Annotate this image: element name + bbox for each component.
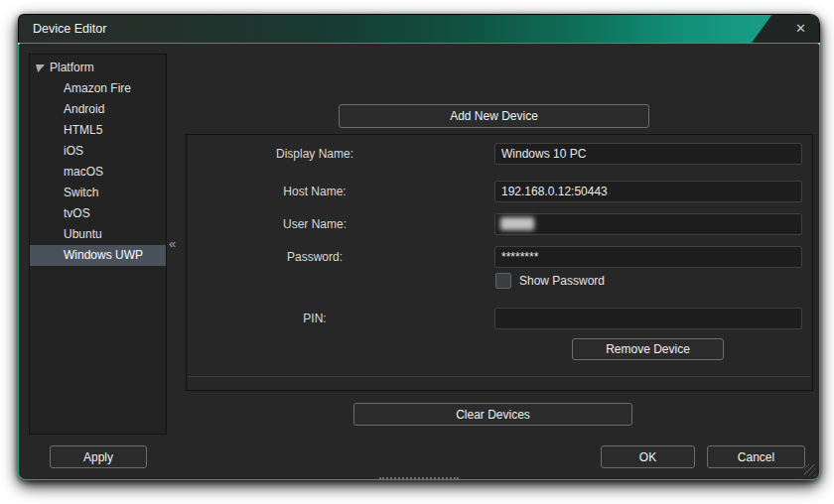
tree-item-ios[interactable]: iOS — [30, 141, 166, 162]
tree-item-tvos[interactable]: tvOS — [30, 203, 166, 224]
show-password-label: Show Password — [519, 272, 605, 290]
tree-item-platform[interactable]: Platform — [30, 58, 166, 78]
cancel-button[interactable]: Cancel — [707, 445, 805, 468]
close-button[interactable]: ✕ — [752, 15, 819, 43]
add-new-device-button[interactable]: Add New Device — [339, 104, 649, 128]
panel-divider — [189, 376, 810, 377]
tree-item-label: Windows UWP — [64, 248, 143, 262]
tree-item-switch[interactable]: Switch — [30, 183, 166, 203]
tree-item-amazon-fire[interactable]: Amazon Fire — [30, 78, 166, 99]
tree-item-html5[interactable]: HTML5 — [30, 120, 166, 141]
show-password-checkbox[interactable] — [495, 273, 511, 289]
tree-item-label: iOS — [64, 144, 83, 158]
tree-item-label: Switch — [64, 186, 98, 199]
password-input[interactable] — [494, 246, 802, 268]
host-name-label: Host Name: — [187, 181, 443, 202]
platform-tree-panel: Platform Amazon Fire Android HTML5 iOS m… — [29, 54, 167, 435]
close-icon[interactable]: ✕ — [795, 15, 806, 43]
device-editor-window: Device Editor ✕ Platform Amazon Fire And… — [18, 14, 820, 480]
tree-item-macos[interactable]: macOS — [30, 162, 166, 183]
pin-input[interactable] — [494, 308, 802, 329]
tree-item-label: Android — [64, 102, 104, 116]
sidebar-collapse-icon[interactable]: « — [169, 236, 176, 251]
user-name-field-wrapper — [494, 213, 802, 235]
tree-item-label: HTML5 — [64, 123, 102, 137]
dialog-body: Platform Amazon Fire Android HTML5 iOS m… — [18, 43, 820, 480]
display-name-label: Display Name: — [187, 143, 443, 165]
bottom-resize-grip[interactable] — [379, 477, 459, 479]
password-label: Password: — [187, 246, 443, 268]
tree-item-label: Ubuntu — [64, 227, 102, 241]
desktop-background: Device Editor ✕ Platform Amazon Fire And… — [0, 0, 834, 504]
device-details-panel: Display Name: Host Name: User Name: Pass… — [186, 134, 813, 391]
ok-button[interactable]: OK — [601, 445, 695, 468]
user-name-input[interactable] — [494, 213, 802, 235]
title-bar[interactable]: Device Editor ✕ — [18, 14, 820, 43]
tree-item-windows-uwp[interactable]: Windows UWP — [30, 245, 166, 266]
tree-item-ubuntu[interactable]: Ubuntu — [30, 224, 166, 245]
window-title: Device Editor — [33, 15, 106, 43]
clear-devices-button[interactable]: Clear Devices — [353, 403, 632, 426]
remove-device-button[interactable]: Remove Device — [572, 338, 724, 360]
apply-button[interactable]: Apply — [50, 445, 147, 468]
corner-resize-grip[interactable] — [804, 464, 816, 476]
pin-label: PIN: — [187, 308, 443, 329]
user-name-label: User Name: — [187, 213, 443, 235]
tree-item-label: macOS — [64, 165, 103, 179]
tree-expanded-icon[interactable] — [36, 64, 45, 72]
display-name-input[interactable] — [494, 143, 802, 165]
tree-root-label: Platform — [50, 61, 94, 74]
tree-item-android[interactable]: Android — [30, 99, 166, 120]
host-name-input[interactable] — [494, 181, 802, 202]
tree-item-label: Amazon Fire — [64, 81, 131, 95]
tree-item-label: tvOS — [64, 206, 90, 220]
